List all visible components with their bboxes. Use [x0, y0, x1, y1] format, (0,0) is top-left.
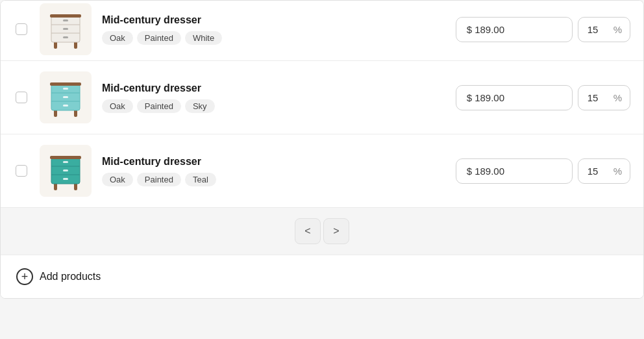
add-products-row[interactable]: + Add products: [1, 255, 643, 298]
price-input-white[interactable]: [456, 17, 573, 42]
tag-painted-sky: Painted: [137, 99, 181, 113]
tag-oak-sky: Oak: [102, 99, 133, 113]
svg-rect-29: [50, 156, 81, 159]
svg-rect-9: [50, 14, 81, 18]
dresser-svg-white: [45, 8, 86, 50]
row-checkbox-white[interactable]: [16, 23, 27, 35]
dresser-svg-teal: [45, 150, 86, 192]
tags-sky: Oak Painted Sky: [102, 99, 445, 113]
tag-painted-white: Painted: [137, 31, 181, 45]
price-wrap-teal: %: [456, 158, 630, 184]
prev-page-button[interactable]: <: [295, 218, 321, 244]
add-products-label: Add products: [40, 271, 101, 282]
product-name-teal: Mid-century dresser: [102, 156, 445, 168]
percent-input-sky[interactable]: [578, 86, 611, 110]
svg-rect-28: [63, 178, 68, 180]
product-name-white: Mid-century dresser: [102, 14, 445, 26]
tags-white: Oak Painted White: [102, 31, 445, 45]
percent-wrap-sky: %: [578, 85, 630, 110]
percent-wrap-teal: %: [578, 158, 630, 184]
svg-rect-16: [63, 88, 68, 90]
svg-rect-18: [63, 105, 68, 107]
price-wrap-sky: %: [456, 85, 630, 110]
tag-white-white: White: [185, 31, 222, 45]
product-image-teal: [40, 145, 92, 197]
percent-input-white[interactable]: [578, 18, 611, 42]
product-info-sky: Mid-century dresser Oak Painted Sky: [102, 82, 445, 113]
product-info-teal: Mid-century dresser Oak Painted Teal: [102, 156, 445, 186]
tag-teal-teal: Teal: [185, 173, 216, 186]
tag-oak-teal: Oak: [102, 173, 133, 186]
percent-sign-white: %: [611, 18, 630, 42]
product-row-white: Mid-century dresser Oak Painted White %: [1, 1, 643, 61]
tags-teal: Oak Painted Teal: [102, 173, 445, 186]
add-products-icon: +: [16, 268, 33, 285]
next-page-button[interactable]: >: [323, 218, 349, 244]
row-checkbox-sky[interactable]: [16, 92, 27, 103]
price-wrap-white: %: [456, 17, 630, 42]
product-row-teal: Mid-century dresser Oak Painted Teal %: [1, 134, 643, 208]
svg-rect-8: [63, 36, 68, 38]
svg-rect-6: [63, 19, 68, 21]
price-input-teal[interactable]: [456, 158, 573, 184]
dresser-svg-sky: [45, 77, 86, 118]
svg-rect-17: [63, 96, 68, 98]
svg-rect-27: [63, 170, 68, 171]
add-icon-symbol: +: [21, 271, 29, 282]
svg-rect-7: [63, 28, 68, 30]
percent-input-teal[interactable]: [578, 159, 611, 183]
product-info-white: Mid-century dresser Oak Painted White: [102, 14, 445, 45]
price-input-sky[interactable]: [456, 85, 573, 110]
percent-sign-teal: %: [611, 159, 630, 183]
svg-rect-26: [63, 161, 68, 163]
percent-sign-sky: %: [611, 86, 630, 110]
checkbox-wrap-teal: [14, 165, 29, 177]
pagination-row: < >: [1, 208, 643, 255]
tag-painted-teal: Painted: [137, 173, 181, 186]
tag-oak-white: Oak: [102, 31, 133, 45]
tag-sky-sky: Sky: [185, 99, 215, 113]
percent-wrap-white: %: [578, 17, 630, 42]
svg-rect-19: [50, 82, 81, 86]
checkbox-wrap-white: [14, 23, 29, 35]
row-checkbox-teal[interactable]: [16, 165, 27, 177]
product-row-sky: Mid-century dresser Oak Painted Sky %: [1, 61, 643, 134]
product-image-white: [40, 3, 92, 55]
checkbox-wrap-sky: [14, 92, 29, 103]
product-image-sky: [40, 71, 92, 123]
product-name-sky: Mid-century dresser: [102, 82, 445, 94]
product-list: Mid-century dresser Oak Painted White %: [0, 0, 644, 299]
